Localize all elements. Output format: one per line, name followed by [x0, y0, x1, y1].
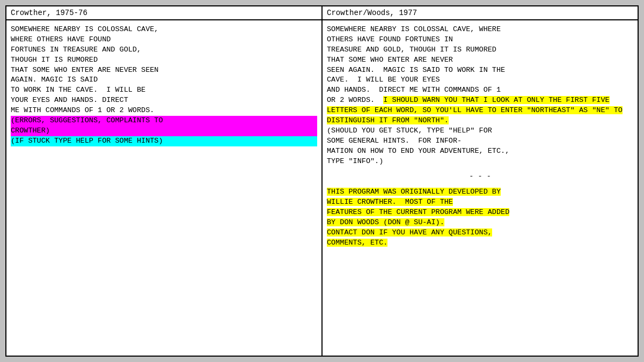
separator: - - - [327, 172, 633, 182]
right-text-before: SOMEWHERE NEARBY IS COLOSSAL CAVE, WHERE… [327, 25, 505, 104]
right-text-middle: (SHOULD YOU GET STUCK, TYPE "HELP" FOR S… [327, 127, 509, 165]
right-highlight-yellow-2: THIS PROGRAM WAS ORIGINALLY DEVELOPED BY… [327, 188, 509, 246]
right-panel: Crowther/Woods, 1977 SOMEWHERE NEARBY IS… [323, 6, 638, 356]
left-highlight-magenta: (ERRORS, SUGGESTIONS, COMPLAINTS TO CROW… [11, 116, 317, 136]
left-panel-body: SOMEWHERE NEARBY IS COLOSSAL CAVE, WHERE… [6, 20, 321, 356]
left-panel: Crowther, 1975-76 SOMEWHERE NEARBY IS CO… [6, 6, 323, 356]
main-container: Crowther, 1975-76 SOMEWHERE NEARBY IS CO… [5, 5, 639, 357]
right-panel-body: SOMEWHERE NEARBY IS COLOSSAL CAVE, WHERE… [323, 20, 638, 356]
left-text-before: SOMEWHERE NEARBY IS COLOSSAL CAVE, WHERE… [11, 25, 158, 114]
right-panel-header: Crowther/Woods, 1977 [323, 6, 638, 20]
left-highlight-cyan: (IF STUCK TYPE HELP FOR SOME HINTS) [11, 136, 317, 146]
left-panel-header: Crowther, 1975-76 [6, 6, 321, 20]
